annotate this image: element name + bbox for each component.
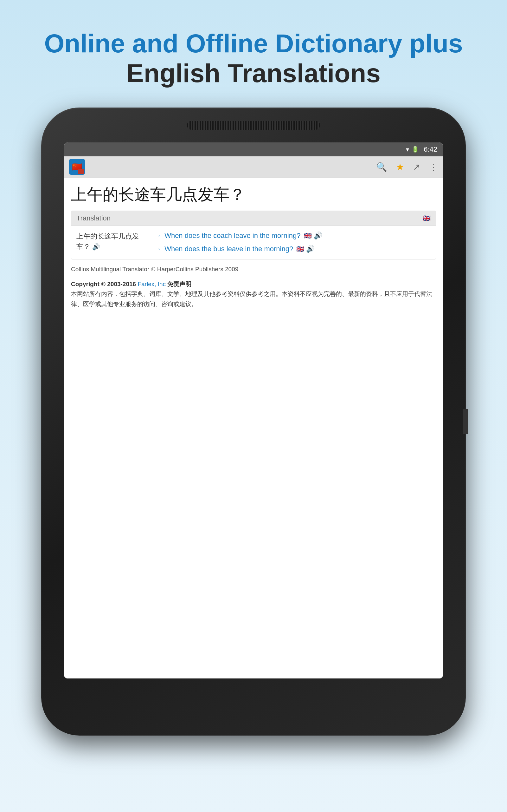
app-title-line1: Online and Offline Dictionary plus — [0, 29, 507, 58]
toolbar-icons: 🔍 ★ ↗ ⋮ — [376, 162, 438, 172]
copyright-line: Copyright © 2003-2016 Farlex, Inc 免责声明 — [71, 280, 436, 289]
farlex-link[interactable]: Farlex, Inc — [137, 281, 166, 287]
app-logo: 🇨🇳 — [69, 159, 85, 175]
app-title-area: Online and Offline Dictionary plus Engli… — [0, 0, 507, 101]
phone-screen: ▾ 🔋 6:42 🇨🇳 🔍 ★ ↗ ⋮ — [64, 142, 443, 678]
battery-icon: 🔋 — [412, 146, 418, 153]
app-toolbar: 🇨🇳 🔍 ★ ↗ ⋮ — [64, 156, 443, 178]
flag-icon-1: 🇬🇧 — [304, 232, 312, 239]
arrow-icon-1: → — [154, 232, 161, 240]
more-icon[interactable]: ⋮ — [429, 162, 438, 172]
translation-item-1[interactable]: → When does the coach leave in the morni… — [154, 231, 431, 241]
copyright-text: Copyright © 2003-2016 — [71, 281, 136, 287]
original-text: 上午的长途车几点发车？ 🔊 — [76, 231, 149, 254]
share-icon[interactable]: ↗ — [413, 162, 420, 172]
status-bar-icons: ▾ 🔋 6:42 — [406, 145, 437, 154]
wifi-icon: ▾ — [406, 146, 409, 153]
translation-text-1: When does the coach leave in the morning… — [164, 232, 300, 240]
copyright-section: Copyright © 2003-2016 Farlex, Inc 免责声明 本… — [71, 280, 436, 310]
translation-label: Translation — [76, 214, 111, 222]
chinese-heading: 上午的长途车几点发车？ — [71, 184, 436, 205]
phone-shell: ▾ 🔋 6:42 🇨🇳 🔍 ★ ↗ ⋮ — [41, 107, 466, 735]
translation-text-2: When does the bus leave in the morning? — [164, 245, 293, 253]
uk-flag-icon: 🇬🇧 — [423, 214, 431, 222]
attribution: Collins Multilingual Translator © Harper… — [71, 265, 436, 274]
disclaimer-label: 免责声明 — [167, 281, 191, 287]
translation-header: Translation 🇬🇧 — [71, 211, 436, 226]
translations-list: → When does the coach leave in the morni… — [154, 231, 431, 254]
speaker-icon-1[interactable]: 🔊 — [314, 232, 322, 240]
translation-section: Translation 🇬🇧 上午的长途车几点发车？ 🔊 → When does… — [71, 211, 436, 260]
content-area: 上午的长途车几点发车？ Translation 🇬🇧 上午的长途车几点发车？ 🔊 — [64, 178, 443, 678]
original-chinese-text: 上午的长途车几点发车？ — [76, 232, 139, 251]
status-time: 6:42 — [424, 145, 437, 154]
arrow-icon-2: → — [154, 245, 161, 253]
app-title-line2: English Translations — [0, 58, 507, 88]
book-icon — [78, 169, 84, 174]
speaker-icon-2[interactable]: 🔊 — [306, 245, 315, 253]
translation-item-2[interactable]: → When does the bus leave in the morning… — [154, 244, 431, 254]
speaker-grille — [187, 121, 320, 130]
translation-content: 上午的长途车几点发车？ 🔊 → When does the coach leav… — [71, 226, 436, 259]
search-icon[interactable]: 🔍 — [376, 162, 387, 172]
favorite-icon[interactable]: ★ — [396, 162, 404, 172]
phone-mockup: ▾ 🔋 6:42 🇨🇳 🔍 ★ ↗ ⋮ — [41, 107, 466, 735]
status-bar: ▾ 🔋 6:42 — [64, 142, 443, 156]
copyright-chinese-text: 本网站所有内容，包括字典、词库、文学、地理及其他参考资料仅供参考之用。本资料不应… — [71, 289, 436, 310]
power-button[interactable] — [463, 409, 468, 434]
flag-icon-2: 🇬🇧 — [296, 246, 304, 252]
speaker-button[interactable]: 🔊 — [92, 242, 100, 252]
